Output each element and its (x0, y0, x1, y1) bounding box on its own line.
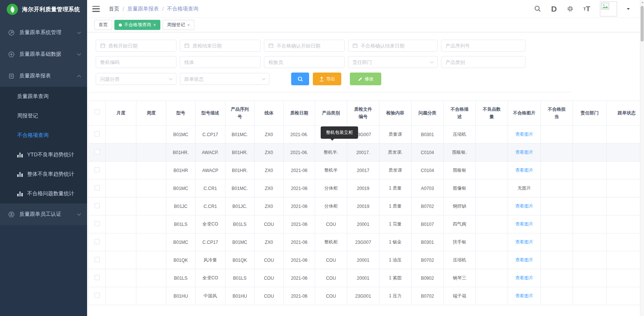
product-category-field[interactable] (441, 56, 526, 68)
inspect-end-date-input[interactable] (192, 43, 256, 49)
inspect-start-date-input[interactable] (108, 43, 172, 49)
search-button[interactable] (291, 73, 309, 85)
product-serial-input[interactable] (446, 43, 521, 49)
sidebar-item-ytd-defect-trend[interactable]: YTD不良率趋势统计 (0, 145, 87, 165)
line-input[interactable] (184, 59, 256, 65)
sidebar-item-system-management[interactable]: 质量跟单系统管理 (0, 22, 87, 43)
row-checkbox[interactable] (95, 293, 100, 298)
confirm-end-date-input[interactable] (361, 43, 433, 49)
inspector-input[interactable] (268, 59, 340, 65)
row-checkbox[interactable] (95, 221, 100, 226)
sidebar-item-weekly-report[interactable]: 周报登记 (0, 106, 87, 126)
cell-inspect-date: 2021-06 (284, 287, 315, 305)
breadcrumb-home[interactable]: 首页 (109, 6, 119, 12)
scrollbar[interactable] (640, 0, 644, 316)
sidebar-item-nonconforming-count[interactable]: 不合格问题数量统计 (0, 184, 87, 203)
machine-code-input[interactable] (100, 59, 172, 65)
modify-button[interactable]: 修改 (350, 73, 381, 85)
avatar[interactable] (600, 1, 617, 16)
select-all-checkbox[interactable] (95, 109, 100, 114)
cell-dept (573, 144, 607, 162)
row-checkbox[interactable] (95, 203, 100, 208)
hamburger-icon[interactable] (92, 6, 100, 12)
confirm-end-date-field[interactable] (348, 40, 438, 52)
cell-status (607, 180, 644, 197)
product-serial-field[interactable] (441, 40, 526, 52)
scrollbar-thumb[interactable] (641, 6, 644, 42)
cell-defect-qty (476, 215, 508, 233)
inspect-start-date-field[interactable] (96, 40, 176, 52)
row-checkbox[interactable] (95, 257, 100, 262)
problem-class-select-input[interactable] (100, 76, 169, 82)
confirm-start-date-field[interactable] (264, 40, 345, 52)
row-checkbox[interactable] (95, 239, 100, 244)
row-checkbox[interactable] (95, 149, 100, 154)
sidebar-item-nonconforming-query[interactable]: 不合格项查询 (0, 126, 87, 145)
cell-status (607, 287, 644, 305)
document-icon[interactable]: D (551, 4, 557, 13)
sidebar-item-reports[interactable]: 质量跟单报表 (0, 65, 87, 87)
cell-serial: B01LS (225, 269, 255, 287)
product-category-input[interactable] (446, 59, 521, 65)
sidebar-item-overall-defect-trend[interactable]: 整体不良率趋势统计 (0, 165, 87, 184)
caret-down-icon[interactable] (627, 8, 630, 11)
cell-line: COU (255, 251, 284, 269)
tab-home[interactable]: 首页 (94, 20, 112, 30)
font-size-icon[interactable]: TT (583, 5, 590, 13)
view-image-link[interactable]: 查看图片 (515, 221, 533, 227)
column-header: 不良品数量 (476, 101, 508, 126)
cell-month (106, 126, 136, 144)
select-all-header (89, 101, 106, 126)
view-image-link[interactable]: 查看图片 (515, 257, 533, 263)
tab-weekly-report[interactable]: 周报登记 × (163, 20, 194, 30)
row-select-cell (89, 251, 106, 269)
close-icon[interactable]: × (153, 22, 156, 28)
dept-select[interactable] (348, 56, 438, 68)
row-checkbox[interactable] (95, 131, 100, 136)
table-body: B01MC C.CP17 B01MC. ZX0 2021-06. 整机柜 23G… (89, 126, 644, 305)
fullscreen-icon[interactable] (567, 5, 574, 12)
view-image-link[interactable]: 查看图片 (515, 239, 533, 245)
problem-class-select[interactable] (96, 73, 176, 85)
cell-file-no: 20017. (347, 144, 379, 162)
view-image-link[interactable]: 查看图片 (515, 203, 533, 209)
cell-picture: 查看图片 (508, 233, 541, 251)
sidebar-item-quality-track-query[interactable]: 质量跟单查询 (0, 87, 87, 106)
track-status-select[interactable] (180, 73, 269, 85)
dept-select-input[interactable] (352, 59, 431, 65)
tooltip-text: 整机包装立柜 (326, 130, 353, 135)
cell-defect-qty (476, 180, 508, 197)
view-image-link[interactable]: 查看图片 (515, 150, 533, 155)
row-checkbox[interactable] (95, 185, 100, 190)
tab-nonconforming-query[interactable]: 不合格项查询 × (114, 20, 160, 30)
cell-status (607, 251, 644, 269)
row-checkbox[interactable] (95, 275, 100, 280)
scrollbar-up-button[interactable] (640, 0, 644, 5)
track-status-select-input[interactable] (184, 76, 262, 82)
inspect-end-date-field[interactable] (180, 40, 261, 52)
machine-code-field[interactable] (96, 56, 176, 68)
breadcrumb-reports[interactable]: 质量跟单报表 (127, 6, 159, 12)
sidebar-item-employee-certification[interactable]: 质量跟单员工认证 (0, 203, 87, 225)
breadcrumb-separator: / (162, 6, 164, 12)
search-icon[interactable] (534, 5, 541, 12)
sidebar-item-basic-data[interactable]: 质量跟单基础数据 (0, 43, 87, 65)
cell-problem-class: A0703 (412, 180, 444, 197)
close-icon[interactable]: × (187, 22, 190, 28)
view-image-link[interactable]: 查看图片 (515, 132, 533, 137)
view-image-link[interactable]: 无图片 (518, 185, 531, 191)
line-field[interactable] (180, 56, 261, 68)
row-checkbox[interactable] (95, 167, 100, 172)
cell-dept (573, 251, 607, 269)
inspector-field[interactable] (264, 56, 345, 68)
export-button[interactable]: 导出 (313, 73, 341, 85)
row-select-cell (89, 215, 106, 233)
cell-inspect-date: 2021-06. (284, 144, 315, 162)
cell-defect-desc: 铜焊缺 (444, 197, 476, 215)
chevron-down-icon (169, 76, 173, 80)
view-image-link[interactable]: 查看图片 (515, 168, 533, 173)
view-image-link[interactable]: 查看图片 (515, 275, 533, 280)
cell-picture: 查看图片 (508, 126, 541, 144)
view-image-link[interactable]: 查看图片 (515, 293, 533, 298)
confirm-start-date-input[interactable] (277, 43, 340, 49)
